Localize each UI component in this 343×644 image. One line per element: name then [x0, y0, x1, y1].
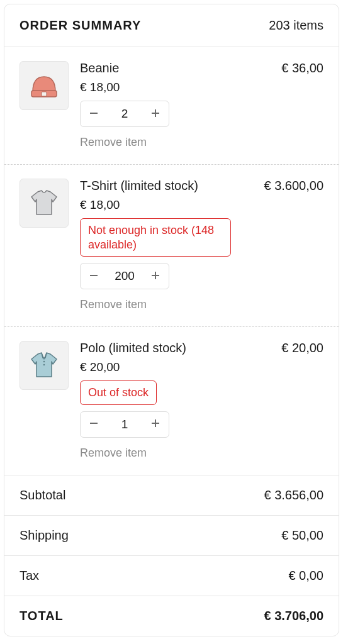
tax-value: € 0,00: [288, 569, 323, 583]
quantity-value: 1: [107, 418, 142, 431]
quantity-stepper: 2: [80, 101, 169, 127]
order-item-body: Polo (limited stock) € 20,00 € 20,00 Out…: [80, 341, 323, 460]
order-item: Polo (limited stock) € 20,00 € 20,00 Out…: [4, 326, 339, 475]
beanie-icon: [25, 65, 63, 106]
minus-icon: [89, 108, 98, 121]
order-items-list: Beanie € 36,00 € 18,00 2: [4, 47, 339, 475]
line-total: € 3.600,00: [264, 179, 323, 193]
order-totals: Subtotal € 3.656,00 Shipping € 50,00 Tax…: [4, 475, 339, 636]
svg-point-9: [43, 364, 45, 365]
subtotal-label: Subtotal: [20, 488, 65, 502]
product-name: Beanie: [80, 61, 119, 75]
unit-price: € 20,00: [80, 360, 323, 374]
quantity-decrease-button[interactable]: [81, 101, 107, 126]
order-item-body: T-Shirt (limited stock) € 3.600,00 € 18,…: [80, 179, 323, 311]
quantity-decrease-button[interactable]: [81, 264, 107, 289]
product-thumbnail: [20, 179, 69, 228]
order-item-top-row: Beanie € 36,00: [80, 61, 323, 75]
polo-icon: [25, 345, 63, 386]
grand-total-label: TOTAL: [20, 609, 64, 623]
quantity-increase-button[interactable]: [142, 264, 169, 289]
quantity-increase-button[interactable]: [142, 101, 169, 126]
stock-warning: Not enough in stock (148 available): [80, 218, 231, 257]
order-item-top-row: T-Shirt (limited stock) € 3.600,00: [80, 179, 323, 193]
product-thumbnail: [20, 61, 69, 110]
plus-icon: [151, 108, 160, 121]
quantity-value: 2: [107, 107, 142, 121]
grand-total-value: € 3.706,00: [264, 609, 323, 623]
order-summary-header: ORDER SUMMARY 203 items: [4, 4, 339, 47]
remove-item-link[interactable]: Remove item: [80, 136, 323, 149]
shipping-value: € 50,00: [281, 528, 323, 543]
product-name: T-Shirt (limited stock): [80, 179, 198, 193]
minus-icon: [89, 270, 98, 283]
quantity-increase-button[interactable]: [142, 412, 169, 437]
shipping-label: Shipping: [20, 528, 69, 543]
tax-label: Tax: [20, 569, 39, 583]
tshirt-icon: [25, 183, 63, 223]
tax-row: Tax € 0,00: [4, 555, 339, 596]
plus-icon: [151, 418, 160, 431]
quantity-stepper: 1: [80, 411, 169, 438]
order-item: Beanie € 36,00 € 18,00 2: [4, 47, 339, 164]
svg-point-8: [43, 361, 45, 362]
subtotal-row: Subtotal € 3.656,00: [4, 475, 339, 515]
product-name: Polo (limited stock): [80, 341, 186, 355]
order-summary-card: ORDER SUMMARY 203 items Beanie € 36,00: [4, 4, 339, 636]
unit-price: € 18,00: [80, 80, 323, 94]
product-thumbnail: [20, 341, 69, 390]
shipping-row: Shipping € 50,00: [4, 515, 339, 555]
stock-warning: Out of stock: [80, 380, 157, 405]
remove-item-link[interactable]: Remove item: [80, 298, 323, 311]
line-total: € 20,00: [281, 341, 323, 355]
unit-price: € 18,00: [80, 198, 323, 212]
quantity-decrease-button[interactable]: [81, 412, 107, 437]
quantity-value: 200: [107, 269, 142, 283]
minus-icon: [89, 418, 98, 431]
subtotal-value: € 3.656,00: [264, 488, 323, 502]
remove-item-link[interactable]: Remove item: [80, 447, 323, 460]
order-item-top-row: Polo (limited stock) € 20,00: [80, 341, 323, 355]
plus-icon: [151, 270, 160, 283]
line-total: € 36,00: [281, 61, 323, 75]
svg-rect-1: [42, 92, 47, 96]
order-item-body: Beanie € 36,00 € 18,00 2: [80, 61, 323, 149]
order-item: T-Shirt (limited stock) € 3.600,00 € 18,…: [4, 164, 339, 326]
grand-total-row: TOTAL € 3.706,00: [4, 596, 339, 636]
order-summary-title: ORDER SUMMARY: [20, 18, 141, 33]
quantity-stepper: 200: [80, 263, 169, 289]
order-summary-item-count: 203 items: [269, 18, 323, 33]
